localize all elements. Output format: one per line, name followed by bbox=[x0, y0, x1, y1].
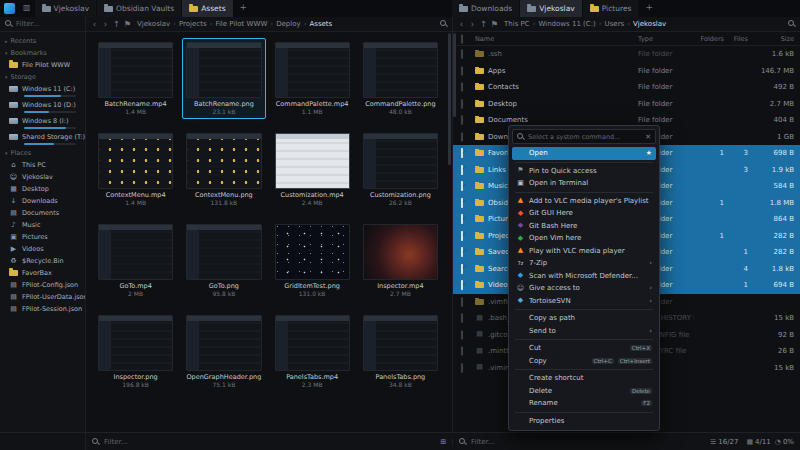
sidebar-item-vjekoslav[interactable]: ☺Vjekoslav bbox=[0, 171, 85, 183]
sidebar-item-downloads[interactable]: ↓Downloads bbox=[0, 195, 85, 207]
grid-item-customization-mp4[interactable]: Customization.mp42.4 MB bbox=[271, 129, 354, 210]
scrollbar-thumb[interactable] bbox=[448, 33, 451, 165]
up-button[interactable]: ↑ bbox=[479, 19, 488, 29]
sidebar-item-fpilot-userdata-json[interactable]: ▤FPilot-UserData.json bbox=[0, 291, 85, 303]
menu-item-7-zip[interactable]: 7z7-Zip› bbox=[512, 257, 656, 270]
menu-item-open-vim-here[interactable]: ◆Open Vim here bbox=[512, 232, 656, 245]
header-checkbox[interactable] bbox=[461, 35, 475, 43]
grid-item-inspector-mp4[interactable]: Inspector.mp42.7 MB bbox=[359, 220, 442, 301]
menu-item-cut[interactable]: CutCtrl+X bbox=[512, 342, 656, 355]
left-pane-scrollbar[interactable] bbox=[448, 33, 451, 431]
breadcrumb-segment[interactable]: Deploy bbox=[276, 20, 301, 28]
menu-item-open[interactable]: Open★ bbox=[512, 147, 656, 160]
menu-item-rename[interactable]: RenameF2 bbox=[512, 397, 656, 410]
column-header-type[interactable]: Type bbox=[638, 35, 694, 43]
right-status-filter-input[interactable]: Filter... bbox=[471, 438, 494, 446]
sidebar-item-documents[interactable]: ▤Documents bbox=[0, 207, 85, 219]
row-checkbox[interactable] bbox=[461, 232, 475, 240]
row-checkbox[interactable] bbox=[461, 182, 475, 190]
filter-options-icon[interactable]: ⊞ bbox=[440, 438, 446, 446]
grid-item-commandpalette-mp4[interactable]: CommandPalette.mp41.1 MB bbox=[271, 38, 354, 119]
row-checkbox[interactable] bbox=[461, 281, 475, 289]
menu-item-properties[interactable]: Properties bbox=[512, 415, 656, 428]
grid-item-griditemtest-png[interactable]: GridItemTest.png131.0 kB bbox=[271, 220, 354, 301]
grid-item-customization-png[interactable]: Customization.png26.2 kB bbox=[359, 129, 442, 210]
grid-item-inspector-png[interactable]: Inspector.png196.8 kB bbox=[94, 311, 177, 392]
row-checkbox[interactable] bbox=[461, 83, 475, 91]
breadcrumb-segment[interactable]: This PC bbox=[504, 20, 530, 28]
menu-item-scan-with-microsoft-defender[interactable]: ◆Scan with Microsoft Defender... bbox=[512, 270, 656, 283]
row-checkbox[interactable] bbox=[461, 149, 475, 157]
forward-button[interactable]: › bbox=[101, 19, 110, 29]
row-checkbox[interactable] bbox=[461, 331, 475, 339]
panel-layout-icon[interactable]: ▥ bbox=[19, 0, 35, 17]
grid-item-goto-png[interactable]: GoTo.png95.8 kB bbox=[182, 220, 265, 301]
row-checkbox[interactable] bbox=[461, 67, 475, 75]
table-row-apps[interactable]: AppsFile folder146.7 MB bbox=[453, 63, 800, 80]
sidebar-section-storage[interactable]: ▾Storage bbox=[0, 71, 85, 83]
breadcrumb-segment[interactable]: Projects bbox=[179, 20, 207, 28]
menu-item-play-with-vlc-media-player[interactable]: ▲Play with VLC media player bbox=[512, 245, 656, 258]
sidebar-item-shared-storage-t[interactable]: Shared Storage (T:) bbox=[0, 131, 85, 143]
column-header-folders[interactable]: Folders bbox=[694, 35, 724, 43]
tab-assets[interactable]: Assets bbox=[182, 0, 233, 17]
menu-item-send-to[interactable]: Send to› bbox=[512, 325, 656, 338]
table-row-contacts[interactable]: ContactsFile folder492 B bbox=[453, 79, 800, 96]
tab-pictures[interactable]: Pictures bbox=[583, 0, 640, 17]
command-search-input[interactable]: Select a system command... ✕ bbox=[512, 129, 656, 144]
up-button[interactable]: ↑ bbox=[112, 19, 121, 29]
tab-vjekoslav[interactable]: Vjekoslav bbox=[35, 0, 98, 17]
menu-item-git-bash-here[interactable]: ◆Git Bash Here bbox=[512, 220, 656, 233]
table-row-ssh[interactable]: .sshFile folder1.6 kB bbox=[453, 46, 800, 63]
forward-button[interactable]: › bbox=[468, 19, 477, 29]
menu-item-delete[interactable]: DeleteDelete bbox=[512, 385, 656, 398]
close-icon[interactable]: ✕ bbox=[645, 133, 651, 141]
sidebar-item-videos[interactable]: ▶Videos bbox=[0, 243, 85, 255]
sidebar-section-recents[interactable]: ▸Recents bbox=[0, 35, 85, 47]
sidebar-item-windows-11-c[interactable]: Windows 11 (C:) bbox=[0, 83, 85, 95]
breadcrumb-segment[interactable]: File Pilot WWW bbox=[215, 20, 267, 28]
bookmark-icon[interactable]: ⚑ bbox=[490, 19, 499, 29]
menu-item-pin-to-quick-access[interactable]: ⚑Pin to Quick access bbox=[512, 165, 656, 178]
sidebar-item-music[interactable]: ♪Music bbox=[0, 219, 85, 231]
new-tab-button[interactable]: + bbox=[234, 0, 254, 17]
row-checkbox[interactable] bbox=[461, 116, 475, 124]
row-checkbox[interactable] bbox=[461, 265, 475, 273]
bookmark-icon[interactable]: ⚑ bbox=[123, 19, 132, 29]
grid-item-panelstabs-mp4[interactable]: PanelsTabs.mp42.3 MB bbox=[271, 311, 354, 392]
breadcrumb-segment[interactable]: Windows 11 (C:) bbox=[538, 20, 595, 28]
grid-item-commandpalette-png[interactable]: CommandPalette.png48.0 kB bbox=[359, 38, 442, 119]
sidebar-section-places[interactable]: ▾Places bbox=[0, 147, 85, 159]
left-status-filter-input[interactable]: Filter... bbox=[104, 438, 127, 446]
table-row-desktop[interactable]: DesktopFile folder2.7 MB bbox=[453, 96, 800, 113]
column-header-name[interactable]: Name bbox=[475, 35, 638, 43]
sidebar-item-this-pc[interactable]: ⌂This PC bbox=[0, 159, 85, 171]
row-checkbox[interactable] bbox=[461, 314, 475, 322]
grid-item-contextmenu-png[interactable]: ContextMenu.png131.8 kB bbox=[182, 129, 265, 210]
back-button[interactable]: ‹ bbox=[457, 19, 466, 29]
breadcrumb-segment[interactable]: Users bbox=[605, 20, 625, 28]
menu-item-tortoisesvn[interactable]: ◆TortoiseSVN› bbox=[512, 295, 656, 308]
column-header-size[interactable]: Size bbox=[748, 35, 794, 43]
row-checkbox[interactable] bbox=[461, 248, 475, 256]
tab-downloads[interactable]: Downloads bbox=[452, 0, 520, 17]
breadcrumb-segment[interactable]: Vjekoslav bbox=[137, 20, 170, 28]
breadcrumb-segment[interactable]: Assets bbox=[309, 20, 332, 28]
grid-item-contextmenu-mp4[interactable]: ContextMenu.mp41.4 MB bbox=[94, 129, 177, 210]
sidebar-section-bookmarks[interactable]: ▾Bookmarks bbox=[0, 47, 85, 59]
row-checkbox[interactable] bbox=[461, 199, 475, 207]
menu-item-give-access-to[interactable]: ☺Give access to› bbox=[512, 282, 656, 295]
sidebar-item-file-pilot-www[interactable]: File Pilot WWW bbox=[0, 59, 85, 71]
menu-item-add-to-vlc-media-player-s-playlist[interactable]: ▲Add to VLC media player's Playlist bbox=[512, 195, 656, 208]
back-button[interactable]: ‹ bbox=[90, 19, 99, 29]
menu-item-open-in-terminal[interactable]: ▣Open in Terminal bbox=[512, 177, 656, 190]
tab-vjekoslav[interactable]: Vjekoslav bbox=[520, 0, 583, 17]
search-icon[interactable] bbox=[788, 20, 796, 28]
sidebar-item-recycle-bin[interactable]: ♻$Recycle.Bin bbox=[0, 255, 85, 267]
grid-item-goto-mp4[interactable]: GoTo.mp42 MB bbox=[94, 220, 177, 301]
search-icon[interactable] bbox=[440, 20, 448, 28]
menu-item-copy-as-path[interactable]: Copy as path bbox=[512, 312, 656, 325]
row-checkbox[interactable] bbox=[461, 100, 475, 108]
row-checkbox[interactable] bbox=[461, 347, 475, 355]
sidebar-filter-input[interactable]: Filter... bbox=[0, 17, 86, 31]
